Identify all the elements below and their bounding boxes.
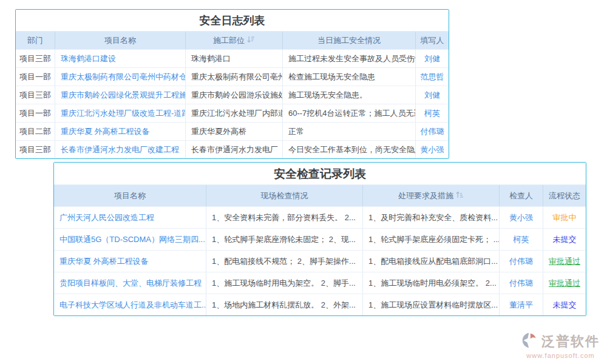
writer-link[interactable]: 付伟璐 xyxy=(415,123,449,140)
location-cell: 重庆市鹅岭公园游乐设施处 xyxy=(185,86,282,104)
measures-cell: 1、轮式脚手架底座必须固定卡死； ... xyxy=(362,229,499,250)
table-row: 项目三部 长春市伊通河水力发电厂改建工程 长春市伊通河水力发电厂 今日安全工作基… xyxy=(16,140,449,158)
writer-link[interactable]: 黄小强 xyxy=(415,141,449,158)
safety-log-header-row: 部门 项目名称 施工部位 当日施工安全情况 填写人 xyxy=(16,32,449,49)
situation-cell: 检查施工现场无安全隐患 xyxy=(282,68,415,86)
column-header-construction-part[interactable]: 施工部位 xyxy=(185,32,282,49)
inspection-cell: 1、施工现场临时用电为架空。 2、脚手... xyxy=(206,272,362,294)
inspector-link[interactable]: 柯英 xyxy=(499,229,543,250)
fanpu-logo-icon xyxy=(521,332,538,351)
dept-cell: 项目三部 xyxy=(16,86,55,104)
status-text[interactable]: 审批通过 xyxy=(543,272,586,294)
table-row: 项目一部 重庆江北污水处理厂级改造工程-道路... 重庆江北污水处理厂内部道路 … xyxy=(16,104,449,122)
column-header-daily-safety[interactable]: 当日施工安全情况 xyxy=(282,32,415,49)
project-link[interactable]: 电子科技大学区域人行道及非机动车道工... xyxy=(54,294,206,315)
measures-cell: 1、及时完善和补充安全、质检资料... xyxy=(362,207,499,228)
column-header-project-name[interactable]: 项目名称 xyxy=(55,32,185,49)
location-cell: 重庆江北污水处理厂内部道路 xyxy=(185,104,282,122)
measures-cell: 1、施工现场临时用电必须架空。 2... xyxy=(362,272,499,294)
measures-cell: 1、施工现场应设置材料临时摆放区... xyxy=(362,294,499,315)
inspector-link[interactable]: 董清平 xyxy=(499,294,543,315)
brand-name: 泛普软件 xyxy=(541,332,600,351)
situation-cell: 施工过程未发生安全事故及人员受伤情况 xyxy=(282,50,415,67)
table-row: 中国联通5G（TD-SCDMA）网络三期四... 1、轮式脚手架底座滑轮未固定；… xyxy=(54,228,586,250)
inspector-link[interactable]: 付伟璐 xyxy=(499,272,543,294)
safety-check-title: 安全检查记录列表 xyxy=(54,163,586,185)
situation-cell: 正常 xyxy=(282,123,415,140)
location-cell: 重庆太极制药有限公司亳州... xyxy=(185,68,282,86)
project-link[interactable]: 重庆市鹅岭公园绿化景观提升工程施工 xyxy=(55,86,185,104)
table-row: 项目三部 珠海鹤港口建设 珠海鹤港口 施工过程未发生安全事故及人员受伤情况 刘健 xyxy=(16,49,449,67)
inspection-cell: 1、配电箱接线不规范； 2、脚手架操作... xyxy=(206,251,362,272)
column-header-measures[interactable]: 处理要求及措施 xyxy=(362,185,499,206)
status-text[interactable]: 审批通过 xyxy=(543,251,586,272)
table-row: 贵阳项目样板间、大堂、电梯厅装修工程 1、施工现场临时用电为架空。 2、脚手..… xyxy=(54,272,586,294)
inspection-cell: 1、轮式脚手架底座滑轮未固定； 2、现... xyxy=(206,229,362,250)
column-header-project-name[interactable]: 项目名称 xyxy=(54,185,206,206)
writer-link[interactable]: 刘健 xyxy=(415,86,449,104)
column-header-writer[interactable]: 填写人 xyxy=(415,32,449,49)
column-header-inspector[interactable]: 检查人 xyxy=(499,185,543,206)
dept-cell: 项目三部 xyxy=(16,141,55,158)
sort-descending-icon[interactable] xyxy=(247,36,255,45)
brand-url: www.fanpusoft.com xyxy=(526,352,594,359)
dept-cell: 项目二部 xyxy=(16,123,55,140)
inspector-link[interactable]: 黄小强 xyxy=(499,207,543,228)
project-link[interactable]: 广州天河人民公园改造工程 xyxy=(54,207,206,228)
column-header-site-inspection[interactable]: 现场检查情况 xyxy=(206,185,362,206)
situation-cell: 施工现场无安全隐患。 xyxy=(282,86,415,104)
situation-cell: 60--7挖机4台运转正常；施工人员无违... xyxy=(282,104,415,122)
status-text[interactable]: 未提交 xyxy=(543,229,586,250)
column-header-department[interactable]: 部门 xyxy=(16,32,55,49)
fanpu-watermark: 泛普软件 www.fanpusoft.com xyxy=(521,332,600,359)
project-link[interactable]: 重庆华夏 外高桥工程设备 xyxy=(55,123,185,140)
dept-cell: 项目三部 xyxy=(16,50,55,67)
table-row: 重庆华夏 外高桥工程设备 1、配电箱接线不规范； 2、脚手架操作... 1、配电… xyxy=(54,250,586,272)
dept-cell: 项目一部 xyxy=(16,104,55,122)
table-row: 项目三部 重庆市鹅岭公园绿化景观提升工程施工 重庆市鹅岭公园游乐设施处 施工现场… xyxy=(16,86,449,104)
location-cell: 珠海鹤港口 xyxy=(185,50,282,67)
writer-link[interactable]: 柯英 xyxy=(415,104,449,122)
writer-link[interactable]: 刘健 xyxy=(415,50,449,67)
table-row: 项目一部 重庆太极制药有限公司亳州中药材仓... 重庆太极制药有限公司亳州...… xyxy=(16,67,449,86)
project-link[interactable]: 重庆太极制药有限公司亳州中药材仓... xyxy=(55,68,185,86)
project-link[interactable]: 重庆华夏 外高桥工程设备 xyxy=(54,251,206,272)
table-row: 电子科技大学区域人行道及非机动车道工... 1、场地内施工材料乱摆乱放。 2、外… xyxy=(54,294,586,315)
status-text[interactable]: 审批中 xyxy=(543,207,586,228)
writer-link[interactable]: 范思哲 xyxy=(415,68,449,86)
safety-check-table: 安全检查记录列表 项目名称 现场检查情况 处理要求及措施 检查人 流程状态 广州… xyxy=(53,162,586,316)
location-cell: 重庆华夏外高桥 xyxy=(185,123,282,140)
table-row: 项目二部 重庆华夏 外高桥工程设备 重庆华夏外高桥 正常 付伟璐 xyxy=(16,122,449,140)
project-link[interactable]: 重庆江北污水处理厂级改造工程-道路... xyxy=(55,104,185,122)
column-header-flow-status[interactable]: 流程状态 xyxy=(543,185,586,206)
inspection-cell: 1、场地内施工材料乱摆乱放。 2、外架... xyxy=(206,294,362,315)
inspection-cell: 1、安全资料未完善，部分资料丢失。 2... xyxy=(206,207,362,228)
table-row: 广州天河人民公园改造工程 1、安全资料未完善，部分资料丢失。 2... 1、及时… xyxy=(54,206,586,228)
inspector-link[interactable]: 付伟璐 xyxy=(499,251,543,272)
project-link[interactable]: 长春市伊通河水力发电厂改建工程 xyxy=(55,141,185,158)
measures-cell: 1、配电箱接线应从配电箱底部洞口... xyxy=(362,251,499,272)
situation-cell: 今日安全工作基本到位，尚无安全隐患... xyxy=(282,141,415,158)
location-cell: 长春市伊通河水力发电厂 xyxy=(185,141,282,158)
status-text[interactable]: 未提交 xyxy=(543,294,586,315)
dept-cell: 项目一部 xyxy=(16,68,55,86)
project-link[interactable]: 中国联通5G（TD-SCDMA）网络三期四... xyxy=(54,229,206,250)
safety-log-title: 安全日志列表 xyxy=(16,10,449,32)
project-link[interactable]: 珠海鹤港口建设 xyxy=(55,50,185,67)
project-link[interactable]: 贵阳项目样板间、大堂、电梯厅装修工程 xyxy=(54,272,206,294)
sort-ascending-icon[interactable] xyxy=(456,191,464,200)
safety-log-table: 安全日志列表 部门 项目名称 施工部位 当日施工安全情况 填写人 项目三部 珠海… xyxy=(15,9,449,159)
safety-check-header-row: 项目名称 现场检查情况 处理要求及措施 检查人 流程状态 xyxy=(54,185,586,206)
